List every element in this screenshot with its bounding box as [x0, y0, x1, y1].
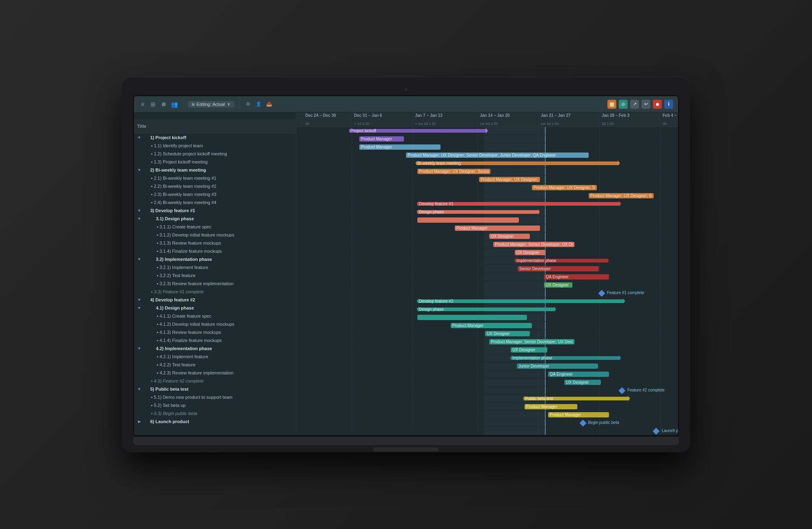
- person-icon[interactable]: 👤: [255, 101, 262, 108]
- gantt-bar[interactable]: Product Manager: [525, 404, 577, 409]
- gantt-bar[interactable]: Product Manager: [455, 226, 540, 231]
- export-icon[interactable]: 📤: [266, 101, 273, 108]
- collapse-icon[interactable]: ▼: [137, 306, 141, 310]
- task-row[interactable]: • 3.1.3) Review feature mockups: [134, 239, 296, 247]
- grid-icon[interactable]: ⊞: [149, 101, 157, 108]
- milestone[interactable]: [619, 387, 626, 394]
- gantt-bar[interactable]: UX Designer: [515, 250, 545, 255]
- gantt-bar[interactable]: QA Engineer: [548, 372, 609, 377]
- task-row[interactable]: • 2.2) Bi-weekly team meeting #2: [134, 182, 296, 190]
- gantt-bar[interactable]: Product Manager; UX Designer; Senior Dev…: [417, 169, 490, 174]
- task-row[interactable]: ▼ 4.2) Implementation phase: [134, 344, 296, 353]
- task-row[interactable]: • 3.3) Feature #1 complete: [134, 288, 296, 296]
- gantt-bar[interactable]: Product Manager: [359, 136, 404, 142]
- gantt-bar[interactable]: UX Designer: [544, 282, 572, 288]
- gantt-bar[interactable]: Implementation phase: [515, 259, 608, 262]
- task-row[interactable]: • 3.1.4) Finalize feature mockups: [134, 247, 296, 255]
- gantt-bar[interactable]: Product Manager; UX Designer; Senior Dev…: [479, 177, 540, 182]
- task-row[interactable]: ▼ 5) Public beta test: [134, 385, 296, 393]
- task-row[interactable]: ▼ 3) Develop feature #1: [134, 206, 296, 215]
- task-row[interactable]: ▼ 3.2) Implementation phase: [134, 255, 296, 263]
- collapse-icon[interactable]: ▼: [137, 217, 141, 221]
- gantt-icon[interactable]: ▦: [160, 101, 167, 108]
- task-row[interactable]: • 4.2.3) Review feature implementation: [134, 369, 296, 377]
- gantt-bar[interactable]: Product Manager: [359, 144, 441, 150]
- task-row[interactable]: • 3.1.1) Create feature spec: [134, 223, 296, 231]
- task-row[interactable]: • 4.1.1) Create feature spec: [134, 312, 296, 320]
- task-row[interactable]: • 4.3) Feature #2 complete: [134, 377, 296, 385]
- task-row[interactable]: • 3.2.1) Implement feature: [134, 263, 296, 271]
- task-row[interactable]: • 2.1) Bi-weekly team meeting #1: [134, 174, 296, 182]
- gantt-bar[interactable]: Product Manager; UX Designer; Senior Dev…: [406, 153, 589, 158]
- gantt-bar[interactable]: Design phase: [417, 308, 555, 311]
- gantt-bar[interactable]: Develop feature #2: [417, 299, 624, 303]
- gantt-bar[interactable]: Product Manager; Senior Developer; UX De…: [493, 242, 574, 247]
- collapse-icon[interactable]: ▼: [137, 387, 141, 391]
- task-row[interactable]: ▼ 4) Develop feature #2: [134, 296, 296, 304]
- task-row[interactable]: • 5.1) Demo new product to support team: [134, 393, 296, 401]
- gantt-bar[interactable]: QA Engineer: [544, 274, 609, 280]
- calendar-view-button[interactable]: ▦: [607, 100, 616, 109]
- collapse-icon[interactable]: ▼: [137, 257, 141, 261]
- record-button[interactable]: ⏺: [653, 100, 662, 109]
- collapse-icon[interactable]: ▼: [137, 168, 141, 172]
- task-row[interactable]: • 3.2.2) Test feature: [134, 271, 296, 280]
- gantt-bar[interactable]: Senior Developer: [518, 266, 599, 271]
- gantt-bar[interactable]: Product Manager; UX Designer; Senior Dev…: [532, 185, 597, 190]
- gantt-bar[interactable]: Bi-weekly team meeting: [416, 161, 619, 165]
- team-icon[interactable]: 👥: [171, 101, 178, 108]
- task-row[interactable]: • 4.2.1) Implement feature: [134, 353, 296, 361]
- gantt-bar[interactable]: [417, 217, 519, 223]
- task-row[interactable]: • 2.4) Bi-weekly team meeting #4: [134, 198, 296, 206]
- gantt-bar[interactable]: UX Designer: [511, 347, 547, 353]
- menu-icon[interactable]: ≡: [139, 101, 146, 108]
- info-button[interactable]: ℹ: [664, 100, 673, 109]
- share-button[interactable]: ↗: [630, 100, 639, 109]
- task-row[interactable]: • 2.3) Bi-weekly team meeting #3: [134, 190, 296, 198]
- gantt-bar[interactable]: Develop feature #1: [417, 202, 620, 206]
- gantt-bar[interactable]: Project kickoff: [349, 129, 487, 133]
- gantt-bar[interactable]: [417, 315, 527, 320]
- gantt-bar[interactable]: Product Manager: [548, 412, 609, 417]
- task-row[interactable]: • 4.1.2) Develop initial feature mockups: [134, 320, 296, 328]
- task-row[interactable]: • 4.2.2) Test feature: [134, 361, 296, 369]
- collapse-icon[interactable]: ▼: [137, 298, 141, 302]
- task-row[interactable]: ▼ 1) Project kickoff: [134, 133, 296, 142]
- task-row[interactable]: • 4.1.3) Review feature mockups: [134, 328, 296, 336]
- task-label: • 4.2.1) Implement feature: [137, 354, 208, 359]
- task-row[interactable]: • 4.1.4) Finalize feature mockups: [134, 336, 296, 344]
- task-row[interactable]: ▶ 6) Launch product: [134, 417, 296, 426]
- task-row[interactable]: • 3.1.2) Develop initial feature mockups: [134, 231, 296, 239]
- task-row[interactable]: • 5.2) Set beta up: [134, 401, 296, 409]
- task-row[interactable]: • 1.3) Project kickoff meeting: [134, 158, 296, 166]
- collapse-icon[interactable]: ▶: [137, 419, 141, 424]
- gantt-bar[interactable]: UX Designer: [489, 234, 530, 239]
- task-row[interactable]: • 1.1) Identify project team: [134, 142, 296, 150]
- gantt-bar[interactable]: UX Designer: [564, 380, 601, 385]
- collapse-icon[interactable]: ▼: [137, 346, 141, 351]
- filter-icon[interactable]: ⚙: [244, 101, 252, 108]
- gantt-bar[interactable]: Design phase: [417, 210, 539, 214]
- milestone[interactable]: [598, 290, 605, 297]
- gantt-bar[interactable]: Junior Developer: [517, 363, 598, 369]
- milestone[interactable]: [580, 420, 587, 427]
- gantt-bar[interactable]: Product Manager; Senior Developer; UX De…: [489, 339, 574, 344]
- gantt-bar[interactable]: Implementation phase: [511, 356, 620, 360]
- gantt-panel[interactable]: Dec 24 – Dec 30 0h Dec 31 – Jan 6 < 1d 6…: [296, 112, 678, 435]
- collapse-icon[interactable]: ▼: [137, 209, 141, 213]
- task-row[interactable]: • 3.2.3) Review feature implementation: [134, 280, 296, 288]
- gantt-bar[interactable]: Public beta test: [524, 397, 629, 400]
- milestone[interactable]: [653, 428, 660, 435]
- task-row[interactable]: ▼ 4.1) Design phase: [134, 304, 296, 312]
- task-row[interactable]: ▼ 3.1) Design phase: [134, 215, 296, 223]
- gantt-bar[interactable]: Product Manager; UX Designer; Senior Dev…: [589, 193, 654, 198]
- task-row[interactable]: • 5.3) Begin public beta: [134, 409, 296, 417]
- editing-mode[interactable]: ▣ Editing: Actual ▼: [188, 101, 234, 108]
- task-row[interactable]: • 1.2) Schedule project kickoff meeting: [134, 150, 296, 158]
- gantt-bar[interactable]: Product Manager: [451, 323, 532, 328]
- collapse-icon[interactable]: ▼: [137, 135, 141, 140]
- task-row[interactable]: ▼ 2) Bi-weekly team meeting: [134, 166, 296, 174]
- gantt-bar[interactable]: UX Designer: [485, 331, 530, 336]
- undo-button[interactable]: ↩: [641, 100, 650, 109]
- resource-view-button[interactable]: ◎: [619, 100, 628, 109]
